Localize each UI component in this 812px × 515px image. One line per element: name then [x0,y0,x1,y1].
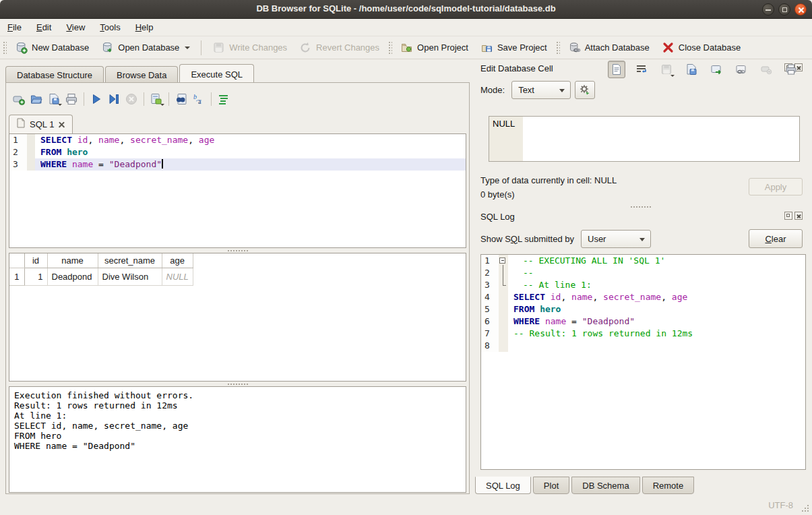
sql-editor-toolbar: ba [10,90,469,109]
code-line[interactable]: 1SELECT id, name, secret_name, age [9,134,466,146]
code-line[interactable]: 1-- EXECUTING ALL IN 'SQL 1' [481,255,805,267]
table-cell[interactable]: NULL [162,268,193,285]
encoding-indicator[interactable]: UTF-8 [768,500,793,510]
code-line[interactable]: 5FROM hero [481,303,805,315]
code-line[interactable]: 2-- [481,267,805,279]
resize-grip-icon[interactable] [801,504,809,512]
code-line[interactable]: 8 [481,340,805,352]
toolbar-handle[interactable] [387,40,392,55]
word-wrap-icon[interactable] [633,61,650,78]
new-database-button[interactable]: New Database [9,38,95,57]
gear-icon [579,84,591,96]
code-line[interactable]: 4SELECT id, name, secret_name, age [481,291,805,303]
edit-cell-title: Edit Database Cell [480,63,553,73]
clear-log-button[interactable]: Clear [749,229,803,248]
close-dock-icon[interactable] [794,212,803,220]
column-header[interactable]: id [24,253,47,268]
toolbar-handle[interactable] [555,40,560,55]
tab-execute-sql[interactable]: Execute SQL [179,64,254,82]
dock-splitter-handle[interactable] [475,204,807,209]
table-row: 11DeadpondDive WilsonNULL [9,268,193,285]
attach-database-button[interactable]: Attach Database [562,38,656,57]
code-line[interactable]: 2FROM hero [9,146,466,158]
chevron-down-icon[interactable] [185,47,190,49]
chevron-down-icon [160,104,164,106]
column-header[interactable]: age [162,253,193,268]
float-dock-icon[interactable] [784,212,792,220]
print-icon[interactable] [63,91,80,107]
tab-browse-data[interactable]: Browse Data [105,66,178,82]
dock-area: Edit Database Cell Mode: Text NULL Type … [475,59,807,494]
dock-tab-sql-log[interactable]: SQL Log [475,477,531,494]
maximize-icon[interactable] [778,3,790,16]
close-tab-icon[interactable] [58,121,65,128]
sql-file-tab[interactable]: SQL 1 [9,115,73,133]
log-filter-select[interactable]: User [581,230,651,248]
write-changes-icon [212,41,225,54]
code-line[interactable]: 3WHERE name = "Deadpond" [9,158,466,171]
mode-select[interactable]: Text [511,81,571,99]
dock-tab-remote[interactable]: Remote [642,477,695,494]
sql-editor[interactable]: 1SELECT id, name, secret_name, age2FROM … [9,133,466,248]
save-project-icon [480,41,493,54]
main-tab-bar: Database Structure Browse Data Execute S… [5,64,470,82]
open-sql-icon[interactable] [28,91,45,107]
svg-text:b: b [193,93,197,100]
close-database-button[interactable]: Close Database [656,38,747,57]
minimize-icon[interactable] [762,3,774,16]
toolbar-handle[interactable] [2,40,7,55]
preview-mode-icon[interactable] [608,61,625,78]
database-new-icon [15,41,28,54]
dock-tab-plot[interactable]: Plot [533,477,569,494]
close-icon[interactable] [794,3,807,16]
database-open-icon [101,41,114,54]
svg-text:a: a [198,98,201,105]
print-icon[interactable] [782,61,800,78]
table-cell[interactable]: Deadpond [47,268,98,285]
auto-switch-mode-button[interactable] [575,81,595,99]
table-cell[interactable]: 1 [24,268,47,285]
new-tab-icon[interactable] [10,91,28,107]
execution-message: Execution finished without errors. Resul… [9,387,466,454]
sql-tab-label: SQL 1 [30,119,54,129]
tab-database-structure[interactable]: Database Structure [5,66,104,82]
table-cell[interactable]: Dive Wilson [98,268,162,285]
dock-tab-bar: SQL Log Plot DB Schema Remote [475,477,694,494]
link-icon[interactable] [732,61,750,78]
menu-view[interactable]: View [59,20,92,35]
corner-header[interactable] [9,253,24,268]
code-line[interactable]: 3-- At line 1: [481,279,805,291]
save-results-icon[interactable] [148,91,165,107]
menu-tools[interactable]: Tools [92,20,127,35]
open-database-button[interactable]: Open Database [95,38,196,57]
open-project-button[interactable]: Open Project [394,38,474,57]
find-icon[interactable] [173,91,190,107]
column-header[interactable]: name [47,253,98,268]
main-toolbar: New Database Open Database Write Changes… [0,36,812,59]
menubar: File Edit View Tools Help [0,19,812,36]
menu-help[interactable]: Help [128,20,161,35]
execute-all-icon[interactable] [88,91,105,107]
row-header[interactable]: 1 [9,268,24,285]
column-header[interactable]: secret_name [98,253,162,268]
execute-line-icon[interactable] [105,91,123,107]
splitter-handle[interactable] [6,248,469,253]
code-line[interactable]: 6WHERE name = "Deadpond" [481,315,805,328]
save-icon[interactable] [683,61,700,78]
code-line[interactable]: 7-- Result: 1 rows returned in 12ms [481,328,805,340]
save-project-button[interactable]: Save Project [474,38,553,57]
export-icon[interactable] [708,61,725,78]
attach-database-icon [568,41,581,54]
window-title: DB Browser for SQLite - /home/user/code/… [0,3,812,13]
format-icon[interactable] [215,91,232,107]
sql-log-view[interactable]: 1-- EXECUTING ALL IN 'SQL 1'2--3-- At li… [480,254,806,470]
menu-edit[interactable]: Edit [29,20,59,35]
splitter-handle[interactable] [6,382,469,386]
cell-value-editor[interactable]: NULL [489,116,800,162]
apply-button: Apply [749,178,803,195]
dock-tab-db-schema[interactable]: DB Schema [571,477,639,494]
menu-file[interactable]: File [0,20,29,35]
replace-icon[interactable]: ba [190,91,208,107]
save-sql-icon[interactable] [45,91,63,107]
sql-file-tab-bar: SQL 1 [9,115,469,133]
